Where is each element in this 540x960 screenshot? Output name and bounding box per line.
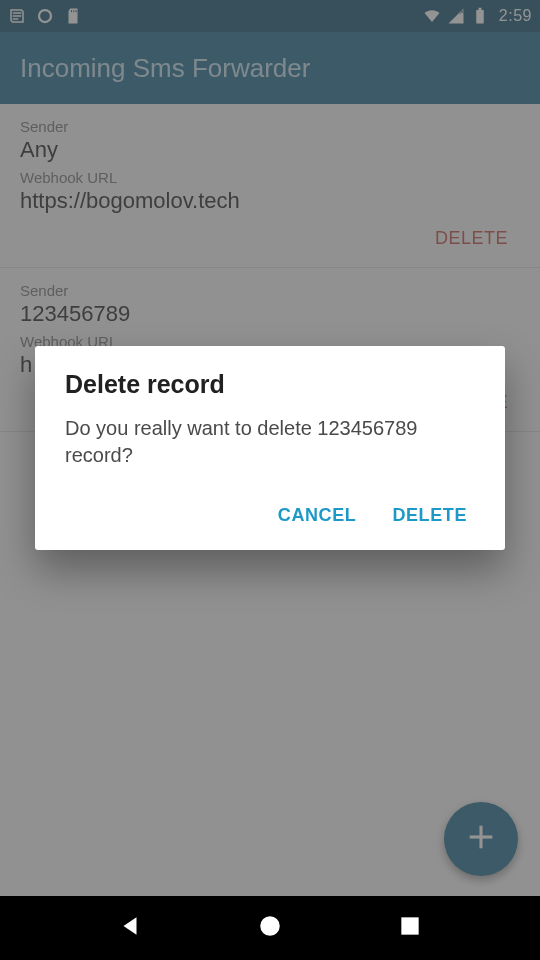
back-triangle-icon	[117, 913, 143, 943]
confirm-delete-button[interactable]: DELETE	[388, 495, 471, 536]
dialog-title: Delete record	[65, 370, 475, 399]
svg-point-5	[260, 916, 280, 936]
dialog-message: Do you really want to delete 123456789 r…	[65, 415, 475, 469]
nav-recent-button[interactable]	[395, 913, 425, 943]
modal-scrim[interactable]: Delete record Do you really want to dele…	[0, 0, 540, 896]
nav-home-button[interactable]	[255, 913, 285, 943]
recent-square-icon	[397, 913, 423, 943]
svg-rect-6	[401, 917, 418, 934]
delete-dialog: Delete record Do you really want to dele…	[35, 346, 505, 550]
home-circle-icon	[257, 913, 283, 943]
nav-back-button[interactable]	[115, 913, 145, 943]
navigation-bar	[0, 896, 540, 960]
cancel-button[interactable]: CANCEL	[274, 495, 361, 536]
